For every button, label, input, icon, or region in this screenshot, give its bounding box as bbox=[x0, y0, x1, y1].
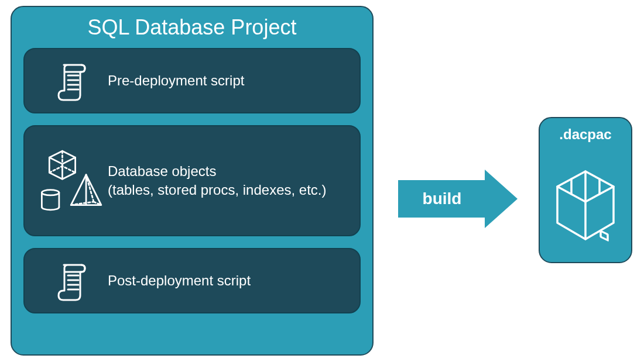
card-post-deployment-label: Post-deployment script bbox=[108, 271, 347, 290]
svg-point-7 bbox=[42, 190, 59, 195]
svg-rect-24 bbox=[601, 231, 608, 240]
card-database-objects-label-line1: Database objects bbox=[108, 163, 216, 179]
scroll-icon bbox=[37, 60, 108, 101]
card-pre-deployment-label: Pre-deployment script bbox=[108, 71, 347, 90]
arrow-head-icon bbox=[485, 170, 518, 228]
output-panel: .dacpac bbox=[539, 117, 632, 263]
project-title: SQL Database Project bbox=[23, 15, 361, 40]
build-arrow-label: build bbox=[423, 189, 462, 208]
shapes-icon bbox=[37, 143, 108, 219]
diagram-stage: SQL Database Project Pre-deployment scri… bbox=[0, 0, 644, 362]
build-arrow: build bbox=[398, 170, 521, 228]
card-database-objects: Database objects (tables, stored procs, … bbox=[23, 125, 361, 236]
card-pre-deployment: Pre-deployment script bbox=[23, 48, 361, 113]
package-box-icon bbox=[540, 149, 631, 262]
card-database-objects-label-line2: (tables, stored procs, indexes, etc.) bbox=[108, 182, 327, 198]
arrow-body: build bbox=[398, 180, 486, 218]
card-post-deployment: Post-deployment script bbox=[23, 248, 361, 313]
project-panel: SQL Database Project Pre-deployment scri… bbox=[11, 6, 374, 356]
output-label: .dacpac bbox=[559, 126, 611, 143]
card-database-objects-label: Database objects (tables, stored procs, … bbox=[108, 162, 347, 200]
scroll-icon bbox=[37, 260, 108, 301]
